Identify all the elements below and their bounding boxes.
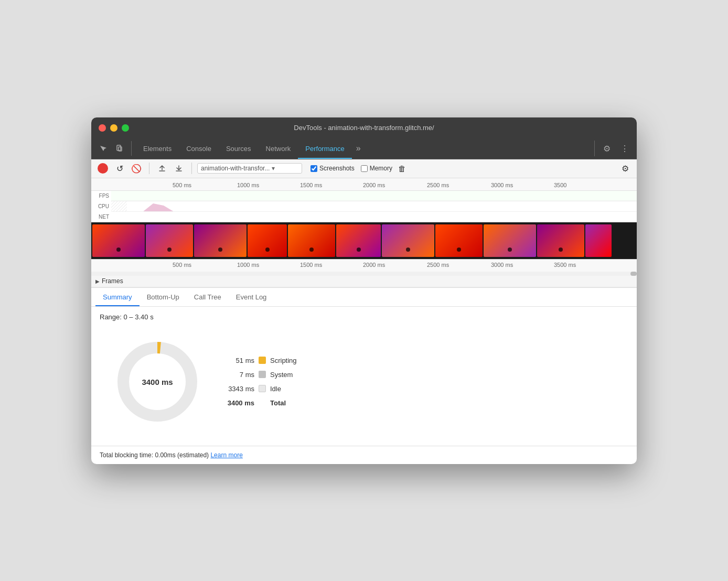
ruler-label-3500: 3500 [554,182,566,188]
tab-summary[interactable]: Summary [95,288,140,306]
donut-center: 3400 ms [142,377,173,386]
idle-ms: 3343 ms [226,385,254,393]
screenshot-thumb[interactable] [537,224,584,257]
timeline-ruler-top: 500 ms 1000 ms 1500 ms 2000 ms 2500 ms 3… [91,178,637,191]
screenshot-thumb[interactable] [146,224,193,257]
perf-toolbar: ↺ 🚫 animation-with-transfor... ▾ Screens… [91,159,637,178]
url-selector[interactable]: animation-with-transfor... ▾ [197,163,302,174]
cpu-track [111,201,637,212]
devtools-tabs: Elements Console Sources Network Perform… [91,138,637,159]
minimize-button[interactable] [110,124,117,132]
svg-rect-4 [111,201,127,212]
upload-button[interactable] [155,161,169,176]
legend: 51 ms Scripting 7 ms System 3343 ms Idle… [226,357,297,407]
screenshot-thumb[interactable] [336,224,381,257]
record-button[interactable] [98,163,108,174]
frames-label: Frames [102,277,123,285]
devtools-window: DevTools - animation-with-transform.glit… [91,117,637,464]
tab-network[interactable]: Network [259,138,298,159]
ruler-label-b-2000: 2000 ms [363,262,385,268]
cursor-icon[interactable] [95,141,110,156]
screenshot-thumb[interactable] [194,224,247,257]
delete-profile-button[interactable]: 🗑 [394,161,409,176]
memory-label[interactable]: Memory [370,165,392,172]
ruler-label-b-500: 500 ms [173,262,191,268]
tab-event-log[interactable]: Event Log [229,288,274,306]
ruler-label-2500: 2500 ms [427,182,449,188]
legend-idle: 3343 ms Idle [226,385,297,393]
blocking-time-text: Total blocking time: 0.00ms (estimated) [100,451,209,459]
memory-checkbox-group: Memory [361,165,392,172]
timeline-scrollbar-thumb[interactable] [630,272,637,276]
donut-chart: 3400 ms [110,335,205,429]
fps-track [111,191,637,201]
idle-label: Idle [270,385,281,393]
net-label: NET [91,214,111,220]
tab-sources[interactable]: Sources [219,138,259,159]
titlebar: DevTools - animation-with-transform.glit… [91,117,637,138]
screenshots-label[interactable]: Screenshots [319,165,355,172]
net-track [111,212,637,222]
blocking-time-bar: Total blocking time: 0.00ms (estimated) … [91,446,637,464]
clear-button[interactable]: 🚫 [129,161,144,176]
screenshot-thumb[interactable] [484,224,536,257]
devtools-tab-icons [95,141,132,156]
screenshot-thumb[interactable] [382,224,434,257]
more-options-icon[interactable]: ⋮ [617,141,633,156]
screenshots-strip[interactable] [91,222,637,259]
screenshots-checkbox[interactable] [311,165,317,172]
screenshots-checkbox-group: Screenshots [311,165,355,172]
frames-expand-icon[interactable]: ▶ [95,278,100,284]
url-text: animation-with-transfor... [201,165,270,172]
tab-elements[interactable]: Elements [136,138,179,159]
perf-settings-icon[interactable]: ⚙ [618,161,633,176]
maximize-button[interactable] [122,124,129,132]
cpu-row: CPU [91,201,637,212]
frames-row: ▶ Frames [91,276,637,287]
screenshot-thumb[interactable] [288,224,335,257]
ruler-label-500: 500 ms [173,182,191,188]
timeline-scroll[interactable] [91,272,637,276]
screenshot-thumb[interactable] [585,224,612,257]
net-row: NET [91,212,637,222]
ruler-label-b-3500: 3500 ms [554,262,576,268]
url-dropdown-arrow: ▾ [272,165,275,172]
system-label: System [270,371,293,379]
ruler-label-b-1000: 1000 ms [237,262,259,268]
memory-checkbox[interactable] [361,165,368,172]
reload-record-button[interactable]: ↺ [112,161,127,176]
download-button[interactable] [172,161,186,176]
screenshot-thumb[interactable] [435,224,483,257]
tab-call-tree[interactable]: Call Tree [187,288,229,306]
perf-right-icons: ⚙ [618,161,633,176]
timeline-area: 500 ms 1000 ms 1500 ms 2000 ms 2500 ms 3… [91,178,637,288]
traffic-lights [99,124,129,132]
device-icon[interactable] [112,141,127,156]
ruler-label-2000: 2000 ms [363,182,385,188]
fps-cpu-net-rows: FPS CPU [91,191,637,222]
ruler-label-b-1500: 1500 ms [300,262,322,268]
tab-console[interactable]: Console [179,138,219,159]
legend-total: 3400 ms Total [226,399,297,407]
cpu-label: CPU [91,203,111,209]
tab-bottom-up[interactable]: Bottom-Up [140,288,187,306]
bottom-tabs: Summary Bottom-Up Call Tree Event Log [91,288,637,307]
tab-performance[interactable]: Performance [298,138,351,159]
total-label: Total [270,399,286,407]
ruler-label-b-3000: 3000 ms [491,262,513,268]
settings-icon[interactable]: ⚙ [599,141,615,156]
legend-scripting: 51 ms Scripting [226,357,297,364]
fps-label: FPS [91,193,111,199]
ruler-label-1000: 1000 ms [237,182,259,188]
window-title: DevTools - animation-with-transform.glit… [294,124,434,132]
screenshot-thumb[interactable] [248,224,287,257]
system-swatch [259,371,266,378]
learn-more-link[interactable]: Learn more [210,451,242,459]
toolbar-separator-1 [149,163,149,174]
scripting-swatch [259,357,266,364]
tab-more-button[interactable]: » [352,138,365,159]
close-button[interactable] [99,124,106,132]
ruler-label-b-2500: 2500 ms [427,262,449,268]
screenshot-thumb[interactable] [92,224,145,257]
timeline-ruler-bottom: 500 ms 1000 ms 1500 ms 2000 ms 2500 ms 3… [91,259,637,272]
